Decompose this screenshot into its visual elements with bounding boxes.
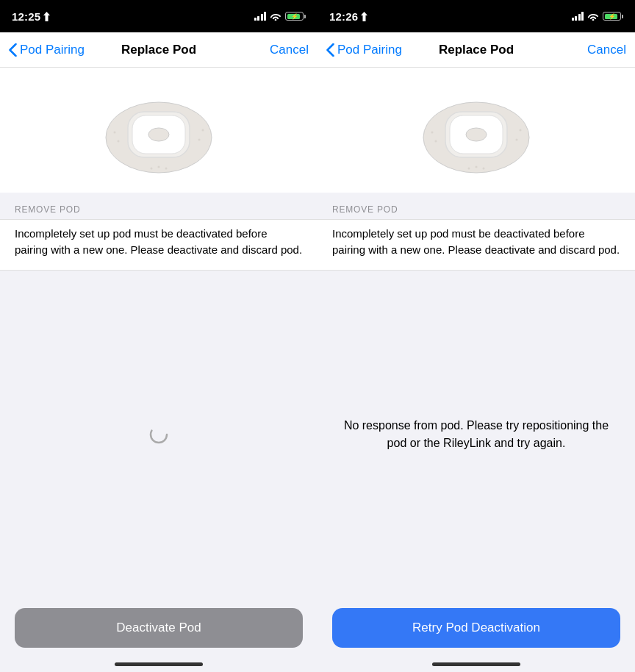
back-button-right[interactable]: Pod Pairing [326,43,402,57]
body-text-right: Incompletely set up pod must be deactiva… [318,219,635,271]
cancel-button-right[interactable]: Cancel [587,43,626,57]
svg-point-4 [114,132,116,134]
signal-icon-right [572,12,584,21]
wifi-icon-right [587,12,599,21]
back-label-right: Pod Pairing [337,43,402,57]
svg-point-3 [148,128,169,141]
right-phone: 12:26 ⚡ [318,0,635,672]
nav-title-right: Replace Pod [439,43,514,57]
retry-deactivation-button[interactable]: Retry Pod Deactivation [332,608,620,648]
svg-point-18 [520,129,522,132]
back-label-left: Pod Pairing [20,43,85,57]
left-phone: 12:25 ⚡ [0,0,318,672]
svg-point-21 [483,168,485,170]
svg-point-22 [468,168,470,170]
section-label-right: REMOVE POD [318,193,635,219]
wifi-icon-left [270,12,281,21]
svg-point-15 [466,128,487,141]
time-left: 12:25 [12,10,40,23]
svg-point-5 [118,140,120,143]
svg-point-19 [516,139,518,141]
signal-icon-left [254,12,267,21]
status-icons-left: ⚡ [254,12,306,21]
pod-image-area-right [318,68,635,193]
pod-image-area-left [0,68,318,193]
home-bar-left [115,662,203,666]
section-label-left: REMOVE POD [0,193,318,219]
nav-bar-right: Pod Pairing Replace Pod Cancel [318,32,635,68]
svg-point-8 [158,166,160,168]
back-button-left[interactable]: Pod Pairing [9,43,85,57]
svg-point-9 [165,168,168,170]
nav-bar-left: Pod Pairing Replace Pod Cancel [0,32,318,68]
svg-point-7 [198,139,201,141]
error-area-right: No response from pod. Please try reposit… [318,271,635,600]
location-icon-left [43,12,50,21]
status-icons-right: ⚡ [572,12,624,21]
content-left: REMOVE POD Incompletely set up pod must … [0,68,318,672]
error-text-right: No response from pod. Please try reposit… [318,399,635,470]
home-indicator-left [0,662,318,672]
status-bar-right: 12:26 ⚡ [318,0,635,32]
deactivate-pod-button[interactable]: Deactivate Pod [15,608,303,648]
svg-point-17 [435,140,437,143]
home-bar-right [432,662,520,666]
svg-point-11 [151,426,167,443]
loading-spinner-left [148,424,169,445]
svg-point-20 [476,166,478,168]
battery-icon-right: ⚡ [603,12,623,21]
status-bar-left: 12:25 ⚡ [0,0,318,32]
pod-illustration-right [417,90,535,178]
battery-bolt-left: ⚡ [286,12,303,20]
time-right: 12:26 [329,10,358,23]
bottom-bar-left: Deactivate Pod [0,599,318,662]
pod-illustration-left [100,90,218,178]
location-icon-right [361,12,367,21]
svg-point-10 [151,168,153,170]
content-right: REMOVE POD Incompletely set up pod must … [318,68,635,672]
svg-point-16 [431,132,434,134]
battery-icon-left: ⚡ [285,12,306,21]
svg-point-6 [202,129,204,132]
battery-bolt-right: ⚡ [603,12,620,20]
nav-title-left: Replace Pod [121,43,196,57]
spinner-area-left [0,271,318,600]
home-indicator-right [318,662,635,672]
cancel-button-left[interactable]: Cancel [270,43,309,57]
bottom-bar-right: Retry Pod Deactivation [318,599,635,662]
body-text-left: Incompletely set up pod must be deactiva… [0,219,318,271]
